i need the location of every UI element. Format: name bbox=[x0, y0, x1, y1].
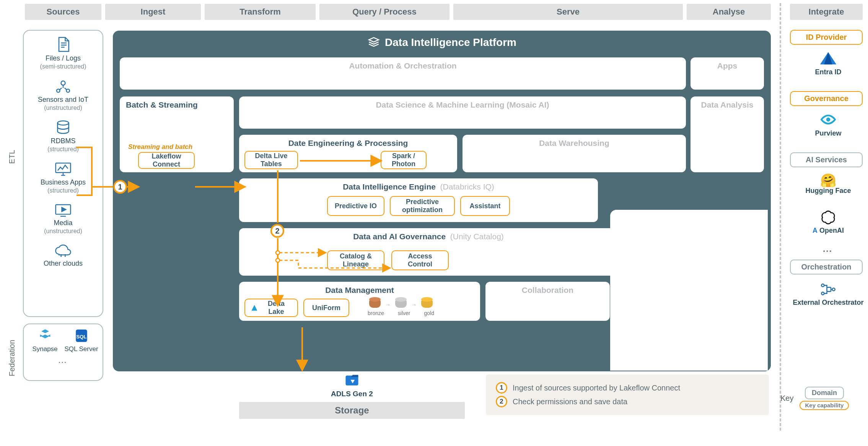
domain-title: Data Science & Machine Learning (Mosaic … bbox=[245, 100, 680, 109]
cap-delta-lake: Delta Lake bbox=[244, 299, 298, 317]
domain-collaboration: Collaboration bbox=[485, 282, 610, 321]
int-openai: A OpenAI bbox=[790, 210, 866, 235]
step-2: 2 bbox=[270, 224, 284, 238]
source-label: Files / Logs bbox=[46, 54, 81, 62]
key-legend: Key Domain Key capability bbox=[780, 387, 849, 410]
file-icon bbox=[55, 36, 72, 53]
svg-point-12 bbox=[821, 284, 824, 287]
svg-point-13 bbox=[821, 292, 824, 295]
sources-panel: Files / Logs (semi-structured) Sensors a… bbox=[23, 30, 103, 317]
svg-point-1 bbox=[57, 89, 60, 92]
platform-title-text: Data Intelligence Platform bbox=[385, 36, 516, 49]
svg-point-14 bbox=[832, 288, 835, 291]
source-sub: (unstructured) bbox=[44, 105, 82, 111]
platform-title: Data Intelligence Platform bbox=[113, 36, 771, 49]
synapse-icon bbox=[37, 328, 53, 343]
source-sub: (structured) bbox=[47, 146, 79, 152]
delta-icon bbox=[251, 304, 258, 312]
svg-rect-15 bbox=[827, 288, 831, 292]
svg-point-2 bbox=[67, 89, 70, 92]
domain-title: Batch & Streaming bbox=[126, 100, 228, 109]
entra-icon bbox=[819, 51, 837, 67]
source-other-clouds: Other clouds bbox=[26, 243, 100, 268]
database-icon bbox=[55, 120, 72, 136]
col-analyse: Analyse bbox=[687, 4, 771, 20]
int-governance: Governance bbox=[790, 91, 863, 106]
delta-lake-label: Delta Lake bbox=[261, 300, 292, 315]
key-text-1: Ingest of sources supported by Lakeflow … bbox=[513, 384, 680, 392]
cap-access-control: Access Control bbox=[391, 250, 449, 270]
intel-suffix: (Databricks IQ) bbox=[440, 182, 494, 191]
layers-icon bbox=[367, 36, 380, 49]
domain-data-analysis: Data Analysis bbox=[690, 96, 764, 172]
int-purview: Purview bbox=[790, 113, 866, 137]
domain-batch-streaming: Batch & Streaming Streaming and batch La… bbox=[120, 96, 234, 172]
play-icon bbox=[54, 203, 72, 217]
storage-title: Storage bbox=[239, 402, 465, 419]
int-ext-orch-label: External Orchestrator bbox=[790, 299, 866, 307]
streaming-and-batch-label: Streaming and batch bbox=[128, 143, 192, 151]
source-sub: (structured) bbox=[47, 187, 79, 194]
int-entra: Entra ID bbox=[790, 51, 866, 76]
legend-domain: Domain bbox=[805, 387, 844, 399]
domain-title: Data Analysis bbox=[697, 100, 758, 109]
source-files-logs: Files / Logs (semi-structured) bbox=[26, 36, 100, 70]
cloud-icon bbox=[54, 243, 73, 258]
domain-management: Data Management Delta Lake UniForm → → b… bbox=[239, 282, 480, 321]
medallion-lakes: → → bbox=[369, 299, 433, 308]
svg-text:SQL: SQL bbox=[76, 334, 86, 340]
int-id-provider: ID Provider bbox=[790, 30, 863, 45]
step-1: 1 bbox=[113, 180, 127, 194]
domain-title: Data Intelligence Engine (Databricks IQ) bbox=[245, 182, 592, 191]
gov-suffix: (Unity Catalog) bbox=[450, 232, 504, 241]
domain-warehousing: Data Warehousing bbox=[462, 135, 686, 172]
source-label: Other clouds bbox=[44, 260, 83, 267]
key-box: 1 Ingest of sources supported by Lakeflo… bbox=[486, 374, 769, 415]
medallion-silver: silver bbox=[398, 310, 410, 316]
col-serve: Serve bbox=[453, 4, 683, 20]
source-bizapps: Business Apps (structured) bbox=[26, 162, 100, 194]
int-hf-label: Hugging Face bbox=[790, 187, 866, 195]
int-orchestration: Orchestration bbox=[790, 260, 863, 274]
int-purview-label: Purview bbox=[790, 129, 866, 137]
storage-block: ADLS Gen 2 Storage bbox=[239, 371, 465, 419]
domain-title: Date Engineering & Processing bbox=[245, 139, 451, 148]
svg-point-3 bbox=[57, 121, 68, 125]
divider-integrate bbox=[780, 3, 781, 431]
int-hf: 🤗 Hugging Face bbox=[790, 174, 866, 195]
side-label-federation: Federation bbox=[8, 329, 16, 387]
key-text-2: Check permissions and save data bbox=[513, 397, 627, 406]
federation-more: … bbox=[24, 355, 103, 368]
adls-label: ADLS Gen 2 bbox=[239, 390, 465, 398]
intel-title: Data Intelligence Engine bbox=[343, 182, 436, 191]
domain-intelligence: Data Intelligence Engine (Databricks IQ)… bbox=[239, 178, 598, 222]
source-label: RDBMS bbox=[50, 137, 75, 145]
gov-title: Data and AI Governance bbox=[353, 232, 446, 241]
federation-synapse: Synapse bbox=[27, 328, 63, 353]
platform-container: Data Intelligence Platform Automation & … bbox=[113, 31, 771, 371]
source-sub: (semi-structured) bbox=[40, 63, 86, 70]
orchestrator-icon bbox=[819, 282, 837, 297]
cap-assistant: Assistant bbox=[460, 196, 510, 216]
source-label: Business Apps bbox=[41, 178, 86, 186]
int-ai-services: AI Services bbox=[790, 152, 863, 167]
col-integrate: Integrate bbox=[790, 4, 863, 20]
cap-dlt: Delta Live Tables bbox=[244, 151, 298, 169]
domain-title: Automation & Orchestration bbox=[126, 61, 680, 70]
medallion-bronze: bronze bbox=[368, 310, 384, 316]
col-query: Query / Process bbox=[319, 4, 449, 20]
key-step-2: 2 bbox=[496, 396, 507, 407]
int-openai-label: OpenAI bbox=[819, 227, 844, 234]
iot-icon bbox=[55, 79, 72, 94]
domain-title: Collaboration bbox=[492, 286, 604, 295]
domain-title: Apps bbox=[697, 61, 758, 70]
source-sub: (unstructured) bbox=[44, 228, 82, 234]
source-media: Media (unstructured) bbox=[26, 203, 100, 235]
federation-sqlserver: SQL SQL Server bbox=[63, 328, 99, 353]
cap-catalog-lineage: Catalog & Lineage bbox=[327, 250, 384, 270]
adls-icon bbox=[344, 371, 360, 388]
col-transform: Transform bbox=[205, 4, 316, 20]
federation-panel: Synapse SQL SQL Server … bbox=[23, 323, 103, 381]
cap-predictive-opt: Predictive optimization bbox=[390, 196, 455, 216]
integrate-column: ID Provider Entra ID Governance Purview … bbox=[790, 30, 866, 363]
